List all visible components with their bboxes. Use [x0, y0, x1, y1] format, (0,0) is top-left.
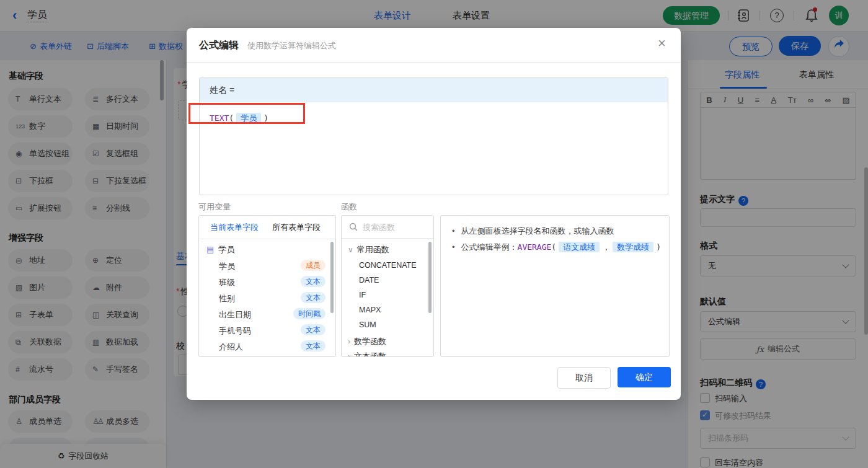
tips-panel: 从左侧面板选择字段名和函数，或输入函数 公式编辑举例：AVERAGE(语文成绩，… [440, 215, 670, 357]
type-badge: 时间戳 [293, 308, 326, 319]
variables-panel: 当前表单字段 所有表单字段 ▤学员 学员成员 班级文本 性别文本 出生日期时间戳… [198, 215, 336, 357]
var-row[interactable]: 学员 [219, 261, 235, 272]
functions-scrollbar[interactable] [428, 242, 432, 313]
cancel-button[interactable]: 取消 [557, 367, 611, 389]
func-item[interactable]: CONCATENATE [359, 261, 417, 270]
tip-example: 公式编辑举例：AVERAGE(语文成绩，数学成绩) [452, 242, 661, 253]
chevron-right-icon: › [348, 337, 350, 346]
app-window: ‹ 学员 表单设计 表单设置 数据管理 ? 训 ⊘表单外链 ⊡后端脚本 ⊞数据权… [0, 0, 868, 468]
type-badge: 文本 [301, 276, 326, 287]
var-row[interactable]: 手机号码 [219, 325, 251, 337]
func-item[interactable]: SUM [359, 320, 376, 329]
modal-header-divider [187, 62, 681, 63]
variables-scrollbar[interactable] [330, 242, 334, 313]
func-group-common[interactable]: ∨常用函数 [348, 244, 389, 255]
functions-label: 函数 [341, 201, 357, 213]
func-group-math[interactable]: ›数学函数 [348, 336, 386, 347]
ok-button[interactable]: 确定 [618, 367, 671, 387]
chevron-right-icon: › [348, 352, 350, 357]
tip-line: 从左侧面板选择字段名和函数，或输入函数 [452, 226, 614, 237]
type-badge: 成员 [301, 260, 326, 271]
function-name: AVERAGE [518, 242, 552, 252]
close-icon[interactable]: × [658, 35, 666, 51]
formula-target: 姓名 = [200, 78, 668, 102]
func-group-text[interactable]: ›文本函数 [348, 351, 386, 357]
functions-panel: ∨常用函数 CONCATENATE DATE IF MAPX SUM ›数学函数… [341, 215, 434, 357]
formula-edit-modal: 公式编辑使用数学运算符编辑公式 × 姓名 = TEXT(学员) 可用变量 函数 … [187, 28, 681, 400]
func-item[interactable]: MAPX [359, 306, 381, 314]
var-row[interactable]: 出生日期 [219, 309, 251, 320]
var-row[interactable]: 班级 [219, 277, 235, 288]
type-badge: 文本 [301, 324, 326, 335]
red-annotation-box [188, 103, 305, 124]
modal-title: 公式编辑使用数学运算符编辑公式 [199, 39, 336, 52]
field-chip: 语文成绩 [559, 242, 600, 252]
formula-editor[interactable]: 姓名 = TEXT(学员) [199, 77, 668, 195]
tab-all-form-fields[interactable]: 所有表单字段 [272, 222, 321, 233]
type-badge: 文本 [301, 292, 326, 303]
tab-current-form-fields[interactable]: 当前表单字段 [210, 222, 259, 233]
func-item[interactable]: IF [359, 291, 366, 299]
search-icon [349, 223, 358, 231]
function-search[interactable] [342, 216, 433, 239]
variables-tabs: 当前表单字段 所有表单字段 [199, 216, 335, 239]
field-chip: 数学成绩 [613, 242, 653, 252]
var-row[interactable]: 性别 [219, 293, 235, 304]
variables-label: 可用变量 [198, 201, 231, 213]
type-badge: 文本 [301, 340, 326, 351]
func-item[interactable]: DATE [359, 276, 379, 285]
function-search-input[interactable] [361, 222, 426, 232]
form-doc-icon: ▤ [206, 245, 214, 254]
var-row[interactable]: 介绍人 [219, 342, 243, 353]
chevron-down-icon: ∨ [348, 245, 353, 254]
form-node[interactable]: ▤学员 [206, 244, 234, 255]
